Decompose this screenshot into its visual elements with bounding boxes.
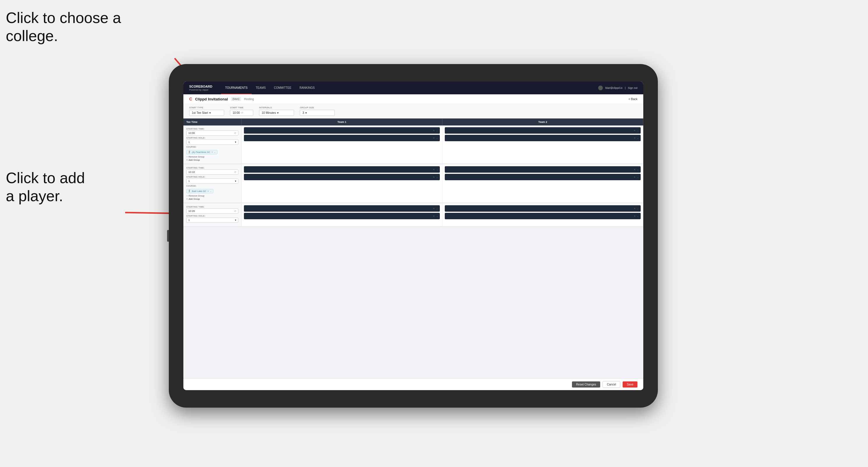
slot-arrow-icon[interactable]: ⌄ xyxy=(436,176,438,179)
gender-badge: (Men) xyxy=(231,97,241,101)
col-team1: Team 1 xyxy=(242,119,442,125)
cancel-button[interactable]: Cancel xyxy=(602,381,620,388)
slot-arrow-icon[interactable]: ⌄ xyxy=(637,176,639,179)
timeslot-left-3: STARTING TIME: 10:20 ⏱ STARTING HOLE: 1 … xyxy=(183,204,242,226)
course-tag-icon: 🏌 xyxy=(188,151,191,153)
slot-arrow-icon[interactable]: ⌄ xyxy=(436,168,438,171)
clock-icon-1: ⏱ xyxy=(234,132,236,134)
powered-by: Powered by clippd xyxy=(189,89,212,91)
tab-tournaments[interactable]: TOURNAMENTS xyxy=(221,82,251,94)
start-time-input[interactable]: 10:00 ⏱ xyxy=(230,110,253,116)
team1-col-1: ✕ ⌄ ✕ ⌄ xyxy=(242,125,442,164)
timeslot-row-3: STARTING TIME: 10:20 ⏱ STARTING HOLE: 1 … xyxy=(183,204,643,226)
course-arrow-2[interactable]: ⌄ xyxy=(210,190,212,192)
annotation-choose-college: Click to choose acollege. xyxy=(6,9,121,45)
player-slot[interactable]: ✕ ⌄ xyxy=(244,205,440,212)
back-button[interactable]: < Back xyxy=(628,97,638,101)
slot-x-icon[interactable]: ✕ xyxy=(634,129,636,132)
chevron-icon-1: ▾ xyxy=(235,141,236,144)
add-group-2[interactable]: + Add Group xyxy=(186,198,238,200)
chevron-down-icon2: ▾ xyxy=(277,111,279,115)
remove-group-1[interactable]: ○ Remove Group xyxy=(186,155,238,158)
slot-actions: ✕ ⌄ xyxy=(433,207,438,210)
slot-actions: ✕ ⌄ xyxy=(634,215,639,217)
remove-group-2[interactable]: ○ Remove Group xyxy=(186,194,238,197)
course-tag-1[interactable]: 🏌 (A) Peachtree GC ✕ ⌄ xyxy=(186,150,217,154)
hosting-badge: Hosting xyxy=(244,97,254,101)
slot-x-icon[interactable]: ✕ xyxy=(433,168,435,171)
tab-committee[interactable]: COMMITTEE xyxy=(270,82,296,94)
save-button[interactable]: Save xyxy=(623,381,638,387)
slot-arrow-icon[interactable]: ⌄ xyxy=(436,215,438,217)
player-slot[interactable]: ✕ ⌄ xyxy=(244,213,440,219)
course-remove-1[interactable]: ✕ xyxy=(211,151,213,153)
slot-arrow-icon[interactable]: ⌄ xyxy=(436,207,438,210)
intervals-group: Intervals 10 Minutes ▾ xyxy=(259,106,294,116)
tab-rankings[interactable]: RANKINGS xyxy=(296,82,319,94)
col-tee-time: Tee Time xyxy=(183,119,242,125)
start-type-group: Start Type 1st Tee Start ▾ xyxy=(189,106,224,116)
slot-x-icon[interactable]: ✕ xyxy=(433,176,435,179)
team2-col-1: ✕ ⌄ ✕ ⌄ xyxy=(442,125,643,164)
starting-hole-field-1[interactable]: 1 ▾ xyxy=(186,139,238,145)
starting-time-field-2[interactable]: 10:10 ⏱ xyxy=(186,169,238,175)
group-size-select[interactable]: 3 ▾ xyxy=(300,110,335,116)
slot-actions: ✕ ⌄ xyxy=(433,176,438,179)
sign-out-link[interactable]: Sign out xyxy=(628,87,638,89)
course-remove-2[interactable]: ✕ xyxy=(207,190,209,192)
slot-arrow-icon[interactable]: ⌄ xyxy=(637,207,639,210)
starting-hole-field-2[interactable]: 1 ▾ xyxy=(186,179,238,184)
start-time-label: Start Time xyxy=(230,106,253,109)
slot-x-icon[interactable]: ✕ xyxy=(433,137,435,139)
slot-arrow-icon[interactable]: ⌄ xyxy=(637,129,639,132)
course-tag-2[interactable]: 🏌 East Lake GC ✕ ⌄ xyxy=(186,189,213,193)
action-links-1: ○ Remove Group + Add Group xyxy=(186,155,238,161)
starting-time-field-3[interactable]: 10:20 ⏱ xyxy=(186,209,238,214)
timeslot-left-2: STARTING TIME: 10:10 ⏱ STARTING HOLE: 1 … xyxy=(183,164,242,203)
slot-actions: ✕ ⌄ xyxy=(433,129,438,132)
slot-x-icon[interactable]: ✕ xyxy=(433,215,435,217)
player-slot[interactable]: ✕ ⌄ xyxy=(445,135,641,141)
player-slot[interactable]: ✕ ⌄ xyxy=(445,205,641,212)
intervals-select[interactable]: 10 Minutes ▾ xyxy=(259,110,294,116)
player-slot[interactable]: ✕ ⌄ xyxy=(244,127,440,134)
reset-button[interactable]: Reset Changes xyxy=(572,381,600,387)
divider: | xyxy=(625,87,625,89)
player-slot[interactable]: ✕ ⌄ xyxy=(244,135,440,141)
intervals-value: 10 Minutes xyxy=(262,111,276,115)
player-slot[interactable]: ✕ ⌄ xyxy=(244,166,440,173)
slot-x-icon[interactable]: ✕ xyxy=(634,207,636,210)
starting-time-field-1[interactable]: 10:00 ⏱ xyxy=(186,130,238,136)
chevron-down-icon3: ▾ xyxy=(305,111,307,115)
slot-actions: ✕ ⌄ xyxy=(433,215,438,217)
add-group-1[interactable]: + Add Group xyxy=(186,159,238,161)
slot-arrow-icon[interactable]: ⌄ xyxy=(637,215,639,217)
slot-actions: ✕ ⌄ xyxy=(433,168,438,171)
course-arrow-1[interactable]: ⌄ xyxy=(214,151,216,153)
slot-x-icon[interactable]: ✕ xyxy=(634,215,636,217)
player-slot[interactable]: ✕ ⌄ xyxy=(445,213,641,219)
player-slot[interactable]: ✕ ⌄ xyxy=(445,174,641,180)
slot-arrow-icon[interactable]: ⌄ xyxy=(637,168,639,171)
slot-x-icon[interactable]: ✕ xyxy=(634,176,636,179)
col-team2: Team 2 xyxy=(442,119,643,125)
slot-arrow-icon[interactable]: ⌄ xyxy=(637,137,639,139)
slot-x-icon[interactable]: ✕ xyxy=(634,168,636,171)
slot-arrow-icon[interactable]: ⌄ xyxy=(436,129,438,132)
action-links-2: ○ Remove Group + Add Group xyxy=(186,194,238,200)
slot-x-icon[interactable]: ✕ xyxy=(634,137,636,139)
starting-hole-field-3[interactable]: 1 ▾ xyxy=(186,217,238,223)
intervals-label: Intervals xyxy=(259,106,294,109)
tab-teams[interactable]: TEAMS xyxy=(252,82,270,94)
team1-col-3: ✕ ⌄ ✕ ⌄ xyxy=(242,204,442,226)
slot-x-icon[interactable]: ✕ xyxy=(433,207,435,210)
start-type-select[interactable]: 1st Tee Start ▾ xyxy=(189,110,224,116)
start-type-label: Start Type xyxy=(189,106,224,109)
slot-x-icon[interactable]: ✕ xyxy=(433,129,435,132)
player-slot[interactable]: ✕ ⌄ xyxy=(445,127,641,134)
navbar: SCOREBOARD Powered by clippd TOURNAMENTS… xyxy=(183,82,643,94)
player-slot[interactable]: ✕ ⌄ xyxy=(445,166,641,173)
player-slot[interactable]: ✕ ⌄ xyxy=(244,174,440,180)
slot-arrow-icon[interactable]: ⌄ xyxy=(436,137,438,139)
start-type-value: 1st Tee Start xyxy=(192,111,208,115)
